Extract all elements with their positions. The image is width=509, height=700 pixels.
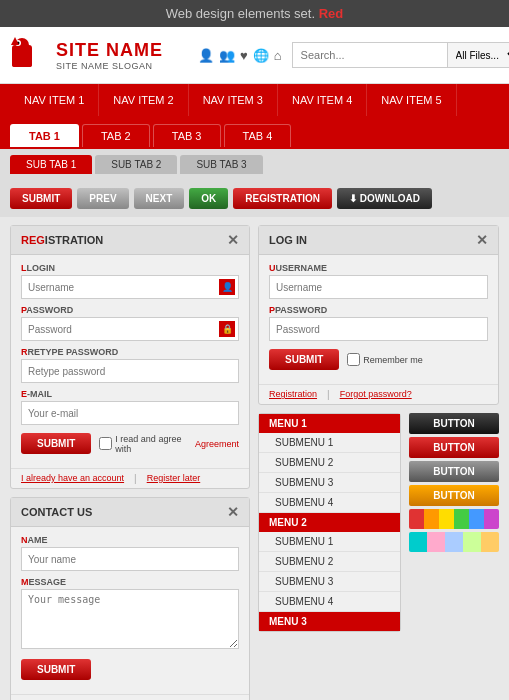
register-later-link[interactable]: Register later bbox=[147, 473, 201, 484]
tabs-row: TAB 1 TAB 2 TAB 3 TAB 4 bbox=[10, 124, 499, 147]
login-username-input[interactable] bbox=[269, 275, 488, 299]
login-submit-row: SUBMIT Remember me bbox=[269, 349, 488, 370]
color-stripe-row2 bbox=[409, 532, 499, 552]
user2-icon[interactable]: 👥 bbox=[219, 48, 235, 63]
registration-button[interactable]: REGISTRATION bbox=[233, 188, 332, 209]
menu2-item-3[interactable]: SUBMENU 3 bbox=[259, 572, 400, 592]
login-panel: LOG IN ✕ UUSERNAME PPASSWORD SUBMIT Reme… bbox=[258, 225, 499, 405]
color-orange bbox=[424, 509, 439, 529]
contact-submit-button[interactable]: SUBMIT bbox=[21, 659, 91, 680]
reg-submit-button[interactable]: SUBMIT bbox=[21, 433, 91, 454]
contact-message-input[interactable] bbox=[21, 589, 239, 649]
color-purple bbox=[484, 509, 499, 529]
top-banner: Web design elements set. Red bbox=[0, 0, 509, 27]
right-top: LOG IN ✕ UUSERNAME PPASSWORD SUBMIT Reme… bbox=[258, 225, 499, 405]
contact-name-input[interactable] bbox=[21, 547, 239, 571]
menu-group2-title: MENU 2 bbox=[259, 513, 400, 532]
home-icon[interactable]: ⌂ bbox=[274, 48, 282, 63]
color-stripe-row bbox=[409, 509, 499, 529]
color-yellow bbox=[439, 509, 454, 529]
next-button[interactable]: NEXT bbox=[134, 188, 185, 209]
login-link-row: Registration | Forgot password? bbox=[259, 384, 498, 404]
banner-text: Web design elements set. bbox=[166, 6, 315, 21]
menu2-item-2[interactable]: SUBMENU 2 bbox=[259, 552, 400, 572]
nav-item-1[interactable]: NAV ITEM 1 bbox=[10, 84, 99, 116]
menu1-item-4[interactable]: SUBMENU 4 bbox=[259, 493, 400, 513]
retype-label: RRETYPE PASSWORD bbox=[21, 347, 239, 357]
heart-icon[interactable]: ♥ bbox=[240, 48, 248, 63]
reg-prefix: REG bbox=[21, 234, 45, 246]
ok-button[interactable]: OK bbox=[189, 188, 228, 209]
contact-submit-row: SUBMIT bbox=[21, 659, 239, 680]
button-bar: SUBMIT PREV NEXT OK REGISTRATION ⬇ DOWNL… bbox=[0, 180, 509, 217]
reg-link-row: I already have an account | Register lat… bbox=[11, 468, 249, 488]
password-icon: 🔒 bbox=[219, 321, 235, 337]
registration-close-button[interactable]: ✕ bbox=[227, 232, 239, 248]
login-close-button[interactable]: ✕ bbox=[476, 232, 488, 248]
search-dropdown[interactable]: All Files... bbox=[448, 42, 509, 68]
contact-title: CONTACT US ✕ bbox=[11, 498, 249, 527]
login-password-label: PPASSWORD bbox=[269, 305, 488, 315]
login-input[interactable] bbox=[21, 275, 239, 299]
color-lightblue bbox=[445, 532, 463, 552]
menu2-item-4[interactable]: SUBMENU 4 bbox=[259, 592, 400, 612]
have-account-link[interactable]: I already have an account bbox=[21, 473, 124, 484]
header: SITE NAME SITE NAME SLOGAN 👤 👥 ♥ 🌐 ⌂ All… bbox=[0, 27, 509, 84]
nav-item-3[interactable]: NAV ITEM 3 bbox=[189, 84, 278, 116]
remember-label: Remember me bbox=[347, 353, 423, 366]
site-name: SITE NAME bbox=[56, 40, 163, 61]
tab-4[interactable]: TAB 4 bbox=[224, 124, 292, 147]
reg-suffix: ISTRATION bbox=[45, 234, 103, 246]
menu2-item-1[interactable]: SUBMENU 1 bbox=[259, 532, 400, 552]
retype-input[interactable] bbox=[21, 359, 239, 383]
palette-btn-3[interactable]: BUTTON bbox=[409, 461, 499, 482]
person-icon[interactable]: 👤 bbox=[198, 48, 214, 63]
main-content: REGISTRATION ✕ LLOGIN 👤 PASSWORD 🔒 RRETY… bbox=[0, 217, 509, 700]
login-registration-link[interactable]: Registration bbox=[269, 389, 317, 400]
submit-button[interactable]: SUBMIT bbox=[10, 188, 72, 209]
svg-rect-5 bbox=[26, 57, 32, 67]
agreement-checkbox[interactable] bbox=[99, 437, 112, 450]
right-column: LOG IN ✕ UUSERNAME PPASSWORD SUBMIT Reme… bbox=[258, 225, 499, 700]
registration-body: LLOGIN 👤 PASSWORD 🔒 RRETYPE PASSWORD E-M… bbox=[11, 255, 249, 462]
menu-panel: MENU 1 SUBMENU 1 SUBMENU 2 SUBMENU 3 SUB… bbox=[258, 413, 401, 632]
email-input[interactable] bbox=[21, 401, 239, 425]
tab-2[interactable]: TAB 2 bbox=[82, 124, 150, 147]
contact-panel: CONTACT US ✕ NAME MESSAGE SUBMIT I found… bbox=[10, 497, 250, 700]
reg-submit-row: SUBMIT I read and agree with Agreement bbox=[21, 433, 239, 454]
tab-1[interactable]: TAB 1 bbox=[10, 124, 79, 147]
menu1-item-3[interactable]: SUBMENU 3 bbox=[259, 473, 400, 493]
forgot-password-link[interactable]: Forgot password? bbox=[340, 389, 412, 400]
palette-btn-4[interactable]: BUTTON bbox=[409, 485, 499, 506]
globe-icon[interactable]: 🌐 bbox=[253, 48, 269, 63]
search-input[interactable] bbox=[292, 42, 448, 68]
button-palette: BUTTON BUTTON BUTTON BUTTON bbox=[409, 413, 499, 632]
password-input[interactable] bbox=[21, 317, 239, 341]
palette-btn-2[interactable]: BUTTON bbox=[409, 437, 499, 458]
nav-item-2[interactable]: NAV ITEM 2 bbox=[99, 84, 188, 116]
nav-item-5[interactable]: NAV ITEM 5 bbox=[367, 84, 456, 116]
nav-item-4[interactable]: NAV ITEM 4 bbox=[278, 84, 367, 116]
login-body: UUSERNAME PPASSWORD SUBMIT Remember me bbox=[259, 255, 498, 378]
header-icons: 👤 👥 ♥ 🌐 ⌂ bbox=[198, 48, 282, 63]
login-title-text: LOG IN bbox=[269, 234, 307, 246]
download-button[interactable]: ⬇ DOWNLOAD bbox=[337, 188, 432, 209]
menu1-item-1[interactable]: SUBMENU 1 bbox=[259, 433, 400, 453]
sub-tab-2[interactable]: SUB TAB 2 bbox=[95, 155, 177, 174]
palette-btn-1[interactable]: BUTTON bbox=[409, 413, 499, 434]
tab-3[interactable]: TAB 3 bbox=[153, 124, 221, 147]
contact-close-button[interactable]: ✕ bbox=[227, 504, 239, 520]
menu-group3-title: MENU 3 bbox=[259, 612, 400, 631]
email-label: E-MAIL bbox=[21, 389, 239, 399]
sub-tab-1[interactable]: SUB TAB 1 bbox=[10, 155, 92, 174]
password-label: PASSWORD bbox=[21, 305, 239, 315]
agreement-link[interactable]: Agreement bbox=[195, 439, 239, 449]
menu1-item-2[interactable]: SUBMENU 2 bbox=[259, 453, 400, 473]
sub-tab-3[interactable]: SUB TAB 3 bbox=[180, 155, 262, 174]
prev-button[interactable]: PREV bbox=[77, 188, 128, 209]
login-submit-button[interactable]: SUBMIT bbox=[269, 349, 339, 370]
login-password-input[interactable] bbox=[269, 317, 488, 341]
contact-title-text: CONTACT US bbox=[21, 506, 92, 518]
remember-checkbox[interactable] bbox=[347, 353, 360, 366]
color-blue bbox=[469, 509, 484, 529]
